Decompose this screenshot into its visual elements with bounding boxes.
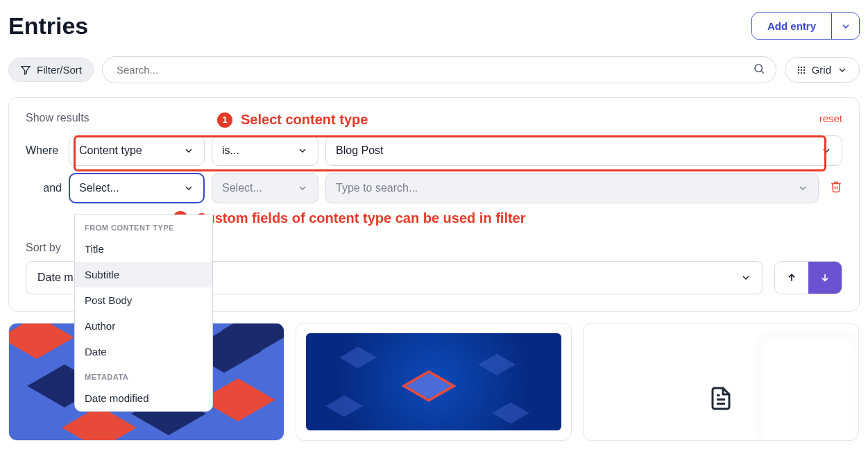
document-icon xyxy=(708,386,733,411)
field-select-1-value: Content type xyxy=(79,144,142,157)
arrow-up-icon xyxy=(786,272,797,283)
view-label: Grid xyxy=(812,64,831,76)
svg-point-8 xyxy=(797,72,799,73)
filter-sort-button[interactable]: Filter/Sort xyxy=(8,58,94,82)
filter-icon xyxy=(20,65,31,76)
filter-row-1: Where Content type is... Blog Post xyxy=(26,135,842,166)
grid-icon xyxy=(797,65,806,75)
annotation-text-2: Custom fields of content type can be use… xyxy=(196,210,526,226)
chevron-down-icon xyxy=(297,145,308,156)
dropdown-section-header: METADATA xyxy=(75,364,212,385)
sort-desc-button[interactable] xyxy=(808,262,842,294)
operator-select-2[interactable]: Select... xyxy=(212,173,318,203)
operator-select-2-value: Select... xyxy=(222,182,262,194)
sort-field-value: Date m xyxy=(37,271,74,284)
svg-point-10 xyxy=(803,72,805,73)
filter-row-2: and Select... Select... Type to search..… xyxy=(26,173,842,203)
placeholder-bg-icon xyxy=(733,323,859,441)
add-entry-dropdown-toggle[interactable] xyxy=(831,13,859,39)
field-select-2[interactable]: Select... xyxy=(69,173,205,203)
dropdown-item[interactable]: Date modified xyxy=(75,385,212,411)
entry-thumbnail xyxy=(306,333,561,430)
entry-card[interactable] xyxy=(296,323,572,441)
svg-point-7 xyxy=(803,69,805,70)
svg-point-4 xyxy=(803,66,805,67)
value-input-2[interactable]: Type to search... xyxy=(325,173,819,203)
annotation-1: 1 Select content type xyxy=(217,112,368,128)
sort-asc-button[interactable] xyxy=(775,262,808,294)
chevron-down-icon xyxy=(840,21,851,32)
value-select-1[interactable]: Blog Post xyxy=(325,135,842,166)
view-toggle[interactable]: Grid xyxy=(785,57,860,83)
add-entry-button-group: Add entry xyxy=(751,12,860,40)
annotation-2: 2 Custom fields of content type can be u… xyxy=(173,210,842,226)
svg-rect-13 xyxy=(759,335,859,442)
field-dropdown: FROM CONTENT TYPE TitleSubtitlePost Body… xyxy=(74,215,213,412)
chevron-down-icon xyxy=(821,145,832,156)
add-entry-button[interactable]: Add entry xyxy=(752,13,831,39)
chevron-down-icon xyxy=(297,183,308,194)
sort-direction-group xyxy=(774,261,842,294)
chevron-down-icon xyxy=(183,183,194,194)
arrow-down-icon xyxy=(819,272,831,283)
chevron-down-icon xyxy=(837,65,848,76)
delete-filter-row-button[interactable] xyxy=(830,180,842,196)
chevron-down-icon xyxy=(183,145,194,156)
dropdown-item[interactable]: Subtitle xyxy=(75,262,212,287)
svg-point-6 xyxy=(800,69,801,70)
operator-select-1[interactable]: is... xyxy=(212,135,318,166)
svg-point-2 xyxy=(797,66,799,67)
entry-card[interactable] xyxy=(583,323,859,441)
field-select-2-value: Select... xyxy=(79,182,119,194)
filter-panel: Show results reset 1 Select content type… xyxy=(8,97,860,312)
dropdown-item[interactable]: Date xyxy=(75,339,212,364)
search-input[interactable] xyxy=(102,56,776,83)
annotation-text-1: Select content type xyxy=(241,112,368,128)
reset-button[interactable]: reset xyxy=(819,112,842,124)
svg-point-3 xyxy=(800,66,801,67)
dropdown-item[interactable]: Post Body xyxy=(75,287,212,313)
show-results-label: Show results xyxy=(26,112,90,124)
search-icon[interactable] xyxy=(753,62,765,78)
svg-line-1 xyxy=(761,71,763,73)
and-label: and xyxy=(26,182,62,194)
chevron-down-icon xyxy=(740,272,751,283)
dropdown-item[interactable]: Author xyxy=(75,313,212,339)
value-input-2-placeholder: Type to search... xyxy=(336,182,418,194)
svg-point-5 xyxy=(797,69,799,70)
page-title: Entries xyxy=(8,12,88,40)
where-label: Where xyxy=(26,144,62,157)
filter-sort-label: Filter/Sort xyxy=(37,64,82,76)
chevron-down-icon xyxy=(797,183,808,194)
svg-point-0 xyxy=(755,65,763,72)
dropdown-section-header: FROM CONTENT TYPE xyxy=(75,215,212,236)
value-select-1-value: Blog Post xyxy=(336,144,383,157)
dropdown-item[interactable]: Title xyxy=(75,236,212,262)
svg-point-9 xyxy=(800,72,801,73)
field-select-1[interactable]: Content type xyxy=(69,135,205,166)
operator-select-1-value: is... xyxy=(222,144,239,157)
annotation-badge-1: 1 xyxy=(217,112,232,128)
